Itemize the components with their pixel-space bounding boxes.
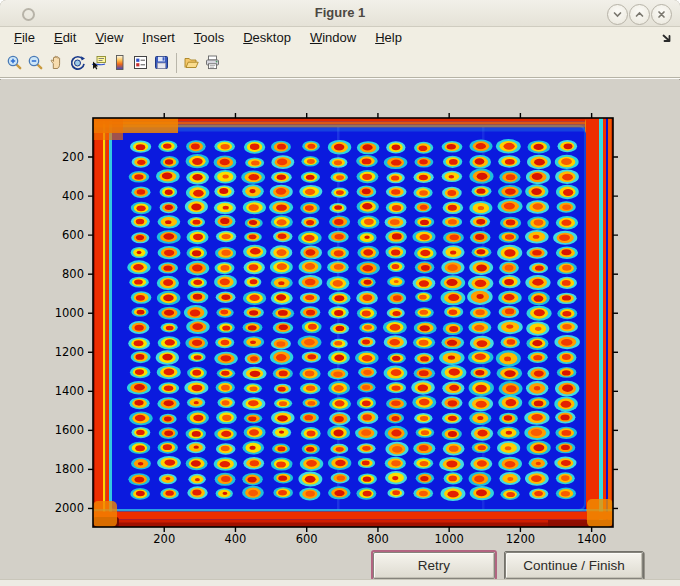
save-figure-button[interactable]	[151, 52, 172, 74]
heatmap-image	[93, 118, 613, 527]
retry-button-focus-ring: Retry	[371, 550, 497, 581]
data-cursor-icon	[90, 54, 107, 71]
figure-canvas: 2004006008001000120014002004006008001000…	[0, 80, 680, 580]
chevron-up-icon	[634, 9, 645, 20]
zoom-out-button[interactable]	[25, 52, 46, 74]
x-tick-label: 200	[153, 532, 175, 546]
open-file-button[interactable]	[181, 52, 202, 74]
y-tick-label: 1000	[55, 306, 84, 320]
heatmap-plot[interactable]: 2004006008001000120014002004006008001000…	[0, 80, 680, 580]
close-window-button[interactable]	[651, 4, 672, 25]
x-tick-label: 800	[367, 532, 389, 546]
shade-window-button[interactable]	[607, 4, 628, 25]
y-tick-label: 800	[62, 267, 84, 281]
colorbar-icon	[111, 54, 128, 71]
chevron-down-icon	[612, 9, 623, 20]
printer-icon	[204, 54, 221, 71]
toolbar-separator	[176, 53, 177, 73]
y-tick-label: 2000	[55, 501, 84, 515]
y-tick-label: 600	[62, 228, 84, 242]
open-folder-icon	[183, 54, 200, 71]
window-menu-icon[interactable]	[22, 8, 35, 21]
unshade-window-button[interactable]	[629, 4, 650, 25]
rotate-3d-button[interactable]	[67, 52, 88, 74]
pan-hand-icon	[48, 54, 65, 71]
y-tick-label: 1600	[55, 423, 84, 437]
menu-file[interactable]: File	[8, 28, 41, 47]
insert-colorbar-button[interactable]	[109, 52, 130, 74]
figure-toolbar	[0, 48, 680, 78]
zoom-in-button[interactable]	[4, 52, 25, 74]
continue-finish-button-frame: Continue / Finish	[504, 551, 644, 580]
x-tick-label: 1400	[577, 532, 606, 546]
save-icon	[153, 54, 170, 71]
x-tick-label: 400	[224, 532, 246, 546]
legend-icon	[132, 54, 149, 71]
menu-insert[interactable]: Insert	[136, 28, 181, 47]
menu-view[interactable]: View	[89, 28, 129, 47]
data-cursor-button[interactable]	[88, 52, 109, 74]
continue-finish-button[interactable]: Continue / Finish	[505, 552, 643, 579]
rotate-3d-icon	[69, 54, 86, 71]
menu-overflow-icon[interactable]	[661, 32, 673, 44]
x-tick-label: 1000	[435, 532, 464, 546]
window-title: Figure 1	[0, 0, 680, 26]
menu-window[interactable]: Window	[304, 28, 362, 47]
y-tick-label: 400	[62, 189, 84, 203]
figure-window: Figure 1 File Edit View Insert Tools Des…	[0, 0, 680, 586]
x-tick-label: 1200	[506, 532, 535, 546]
y-tick-label: 1400	[55, 384, 84, 398]
menu-edit[interactable]: Edit	[48, 28, 82, 47]
x-tick-label: 600	[296, 532, 318, 546]
print-figure-button[interactable]	[202, 52, 223, 74]
menu-tools[interactable]: Tools	[188, 28, 230, 47]
titlebar[interactable]: Figure 1	[0, 0, 680, 27]
y-tick-label: 1800	[55, 462, 84, 476]
zoom-out-icon	[27, 54, 44, 71]
y-tick-label: 200	[62, 150, 84, 164]
zoom-in-icon	[6, 54, 23, 71]
menu-desktop[interactable]: Desktop	[237, 28, 297, 47]
menubar: File Edit View Insert Tools Desktop Wind…	[0, 27, 680, 48]
retry-button[interactable]: Retry	[373, 552, 495, 579]
window-bottom-frame	[0, 579, 680, 586]
close-icon	[656, 9, 667, 20]
y-tick-label: 1200	[55, 345, 84, 359]
insert-legend-button[interactable]	[130, 52, 151, 74]
pan-button[interactable]	[46, 52, 67, 74]
menu-help[interactable]: Help	[369, 28, 408, 47]
